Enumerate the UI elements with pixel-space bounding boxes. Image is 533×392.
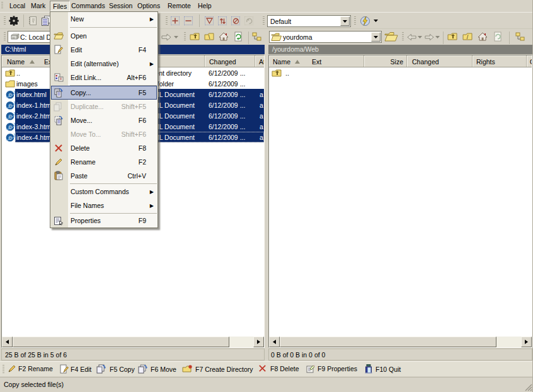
svg-text:e: e <box>8 133 12 142</box>
svg-text:e: e <box>8 90 12 99</box>
svg-text:e: e <box>8 122 12 131</box>
svg-text:e: e <box>8 112 12 120</box>
svg-text:e: e <box>8 101 12 110</box>
